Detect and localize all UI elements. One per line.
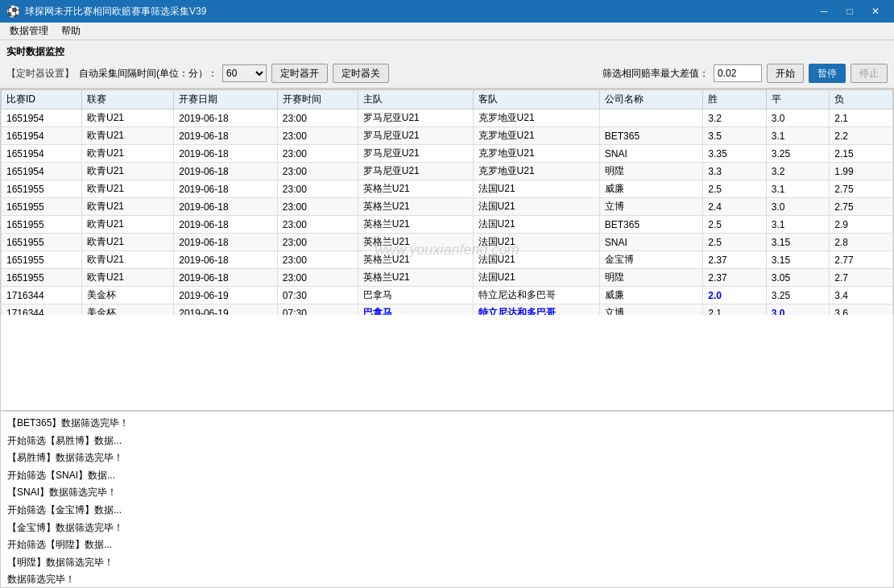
table-scroll-area[interactable]: 比赛ID 联赛 开赛日期 开赛时间 主队 客队 公司名称 胜 平 负 16519… bbox=[1, 89, 893, 315]
table-cell: 2019-06-18 bbox=[174, 251, 278, 269]
table-cell: 法国U21 bbox=[473, 216, 599, 234]
table-cell: 2019-06-18 bbox=[174, 145, 278, 163]
table-cell: 美金杯 bbox=[81, 304, 173, 316]
table-cell: 罗马尼亚U21 bbox=[358, 127, 473, 145]
stop-button[interactable]: 停止 bbox=[851, 64, 888, 83]
auto-collect-label: 自动采集间隔时间(单位：分）： bbox=[79, 67, 217, 81]
table-cell: 3.0 bbox=[766, 304, 830, 316]
table-row: 1651955欧青U212019-06-1823:00英格兰U21法国U21BE… bbox=[2, 216, 893, 234]
table-cell: SNAI bbox=[599, 234, 703, 251]
table-cell: 2.75 bbox=[830, 180, 893, 198]
match-table: 比赛ID 联赛 开赛日期 开赛时间 主队 客队 公司名称 胜 平 负 16519… bbox=[1, 89, 893, 315]
table-cell: 欧青U21 bbox=[81, 216, 173, 234]
toolbar: 实时数据监控 【定时器设置】 自动采集间隔时间(单位：分）： 60 30 15 … bbox=[0, 40, 894, 89]
header-league: 联赛 bbox=[81, 90, 173, 110]
title-bar: ⚽ 球探网未开比赛相同欧赔赛事筛选采集V39 ─ □ ✕ bbox=[0, 0, 894, 23]
table-row: 1716344美金杯2019-06-1907:30巴拿马特立尼达和多巴哥立博2.… bbox=[2, 304, 893, 316]
table-cell: 3.0 bbox=[766, 198, 830, 216]
table-cell: 2.5 bbox=[703, 234, 767, 251]
table-cell: 3.5 bbox=[703, 127, 767, 145]
table-cell: 法国U21 bbox=[473, 198, 599, 216]
menu-help[interactable]: 帮助 bbox=[55, 23, 87, 39]
start-button[interactable]: 开始 bbox=[767, 64, 804, 83]
table-cell: 1651955 bbox=[2, 180, 82, 198]
table-cell: 欧青U21 bbox=[81, 127, 173, 145]
table-cell: 2.9 bbox=[830, 216, 893, 234]
table-cell: 巴拿马 bbox=[358, 304, 473, 316]
header-win: 胜 bbox=[703, 90, 767, 110]
table-cell: 克罗地亚U21 bbox=[473, 145, 599, 163]
log-line: 开始筛选【金宝博】数据... bbox=[7, 502, 887, 520]
table-cell: 2.5 bbox=[703, 180, 767, 198]
table-cell: 2.1 bbox=[703, 304, 767, 316]
filter-value-input[interactable]: 0.02 bbox=[714, 64, 762, 82]
table-cell: 2.8 bbox=[830, 234, 893, 251]
header-draw: 平 bbox=[766, 90, 830, 110]
table-cell: 欧青U21 bbox=[81, 163, 173, 180]
header-away: 客队 bbox=[473, 90, 599, 110]
log-line: 【BET365】数据筛选完毕！ bbox=[7, 415, 887, 433]
table-cell: 金宝博 bbox=[599, 251, 703, 269]
table-row: 1651954欧青U212019-06-1823:00罗马尼亚U21克罗地亚U2… bbox=[2, 145, 893, 163]
table-body: 1651954欧青U212019-06-1823:00罗马尼亚U21克罗地亚U2… bbox=[2, 110, 893, 316]
app-icon: ⚽ bbox=[6, 5, 20, 18]
maximize-button[interactable]: □ bbox=[838, 3, 862, 19]
table-cell: 2.15 bbox=[830, 145, 893, 163]
table-cell: 2019-06-19 bbox=[174, 304, 278, 316]
log-line: 【易胜博】数据筛选完毕！ bbox=[7, 449, 887, 467]
table-cell: 23:00 bbox=[277, 269, 358, 287]
table-cell: 3.15 bbox=[766, 251, 830, 269]
table-cell: 英格兰U21 bbox=[358, 269, 473, 287]
table-cell: 23:00 bbox=[277, 163, 358, 180]
table-cell: 3.2 bbox=[766, 163, 830, 180]
table-cell: 2.75 bbox=[830, 198, 893, 216]
table-cell: 2.37 bbox=[703, 251, 767, 269]
interval-select[interactable]: 60 30 15 10 5 bbox=[222, 64, 267, 82]
timer-off-button[interactable]: 定时器关 bbox=[333, 64, 389, 83]
table-cell: 欧青U21 bbox=[81, 110, 173, 127]
data-table-container: 比赛ID 联赛 开赛日期 开赛时间 主队 客队 公司名称 胜 平 负 16519… bbox=[0, 89, 894, 411]
minimize-button[interactable]: ─ bbox=[812, 3, 836, 19]
table-cell: BET365 bbox=[599, 127, 703, 145]
table-cell: 2019-06-18 bbox=[174, 127, 278, 145]
table-cell: 罗马尼亚U21 bbox=[358, 163, 473, 180]
table-cell: 1716344 bbox=[2, 287, 82, 304]
table-cell: 3.3 bbox=[703, 163, 767, 180]
table-cell: 巴拿马 bbox=[358, 287, 473, 304]
table-cell: 3.1 bbox=[766, 216, 830, 234]
table-cell: 2019-06-18 bbox=[174, 216, 278, 234]
timer-setting-label: 【定时器设置】 bbox=[6, 67, 74, 81]
header-lose: 负 bbox=[830, 90, 893, 110]
close-button[interactable]: ✕ bbox=[863, 3, 888, 19]
table-cell: 欧青U21 bbox=[81, 198, 173, 216]
table-cell: 欧青U21 bbox=[81, 251, 173, 269]
section-title: 实时数据监控 bbox=[6, 45, 888, 59]
table-cell: 英格兰U21 bbox=[358, 216, 473, 234]
table-cell: 23:00 bbox=[277, 110, 358, 127]
table-cell: 特立尼达和多巴哥 bbox=[473, 304, 599, 316]
log-area[interactable]: 【BET365】数据筛选完毕！开始筛选【易胜博】数据...【易胜博】数据筛选完毕… bbox=[0, 411, 894, 588]
menu-data-management[interactable]: 数据管理 bbox=[3, 23, 55, 39]
table-cell: 23:00 bbox=[277, 198, 358, 216]
table-cell: 美金杯 bbox=[81, 287, 173, 304]
table-cell: 威廉 bbox=[599, 180, 703, 198]
log-line: 【金宝博】数据筛选完毕！ bbox=[7, 520, 887, 537]
table-cell: 1651954 bbox=[2, 145, 82, 163]
table-cell: 法国U21 bbox=[473, 180, 599, 198]
table-cell: 欧青U21 bbox=[81, 269, 173, 287]
table-row: 1651954欧青U212019-06-1823:00罗马尼亚U21克罗地亚U2… bbox=[2, 110, 893, 127]
table-cell: 2.4 bbox=[703, 198, 767, 216]
table-cell: 23:00 bbox=[277, 234, 358, 251]
table-cell: 2019-06-18 bbox=[174, 163, 278, 180]
table-cell: 欧青U21 bbox=[81, 180, 173, 198]
header-date: 开赛日期 bbox=[174, 90, 278, 110]
table-cell: 07:30 bbox=[277, 304, 358, 316]
table-cell: 立博 bbox=[599, 198, 703, 216]
table-cell: 2.5 bbox=[703, 216, 767, 234]
timer-on-button[interactable]: 定时器开 bbox=[271, 64, 328, 83]
table-cell: 1651955 bbox=[2, 251, 82, 269]
table-cell: 2019-06-18 bbox=[174, 269, 278, 287]
table-cell: 英格兰U21 bbox=[358, 251, 473, 269]
table-cell bbox=[599, 110, 703, 127]
pause-button[interactable]: 暂停 bbox=[809, 64, 846, 83]
